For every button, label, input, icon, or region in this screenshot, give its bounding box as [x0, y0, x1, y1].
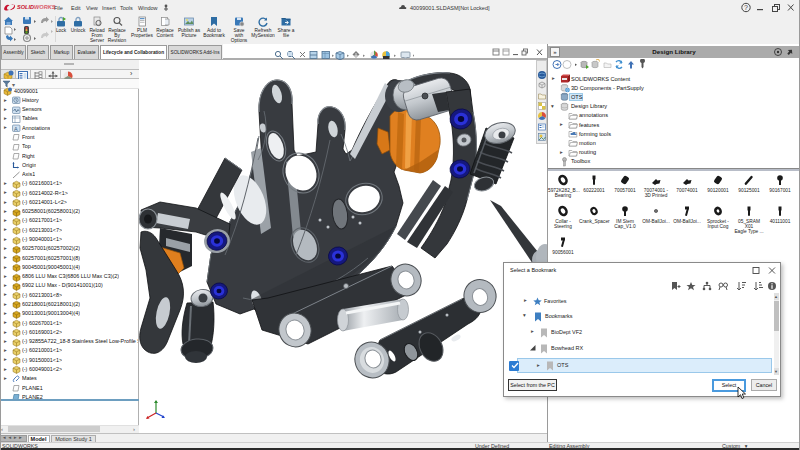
svg-text:SOLIDWORKS: SOLIDWORKS — [17, 4, 56, 10]
svg-text:A: A — [14, 126, 18, 132]
svg-text:?: ? — [744, 4, 748, 11]
